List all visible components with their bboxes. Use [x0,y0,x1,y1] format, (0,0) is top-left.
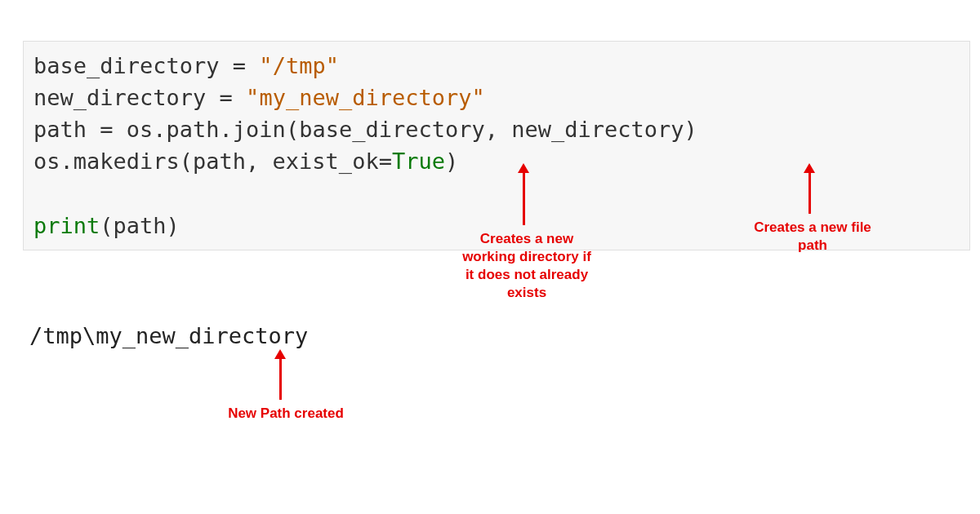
expression: os.path.join(base_directory, new_directo… [127,117,697,142]
annotation-result: New Path created [220,405,351,423]
variable-name: new_directory [33,85,206,110]
equals-op: = [379,148,392,174]
string-close-quote: " [471,85,484,110]
arrow-icon [808,171,811,214]
code-line-2: new_directory = "my_new_directory" [33,82,960,113]
arrow-icon [279,357,282,400]
call-prefix: os.makedirs(path, exist_ok [33,148,379,174]
output-text: /tmp\my_new_directory [29,323,308,348]
equals-op: = [206,85,246,110]
call-args: (path) [100,213,180,238]
string-literal: my_new_directory [259,85,471,110]
variable-name: base_directory [33,53,220,78]
keyword-true: True [392,148,445,174]
equals-op: = [87,117,127,142]
code-line-1: base_directory = "/tmp" [33,50,960,82]
string-open-quote: " [259,53,272,78]
function-name: print [33,213,100,238]
code-line-3: path = os.path.join(base_directory, new_… [33,113,960,145]
code-line-4: os.makedirs(path, exist_ok=True) [33,145,960,177]
blank-line [33,178,960,210]
annotation-join: Creates a new file path [743,219,882,255]
arrow-icon [523,171,525,225]
close-paren: ) [445,148,458,174]
annotation-makedirs: Creates a new working directory if it do… [457,230,596,302]
equals-op: = [220,53,260,78]
string-close-quote: " [326,53,339,78]
string-open-quote: " [246,85,259,110]
string-literal: /tmp [273,53,326,78]
variable-name: path [33,117,87,142]
